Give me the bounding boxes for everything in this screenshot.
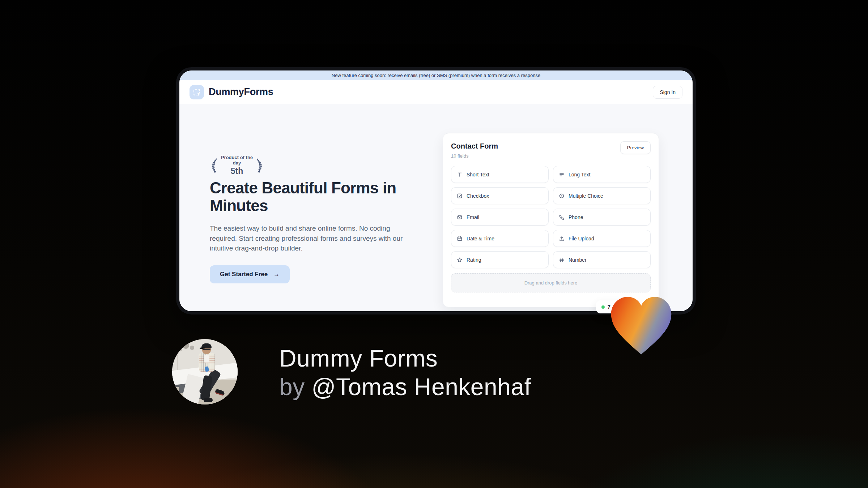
checkbox-icon [457, 193, 463, 199]
phone-icon [559, 214, 565, 220]
promo-backdrop: New feature coming soon: receive emails … [0, 0, 868, 488]
drag-drop-zone[interactable]: Drag and drop fields here [451, 273, 651, 292]
field-rating[interactable]: Rating [451, 251, 549, 268]
field-multiple-choice[interactable]: Multiple Choice [553, 187, 651, 204]
announcement-banner: New feature coming soon: receive emails … [179, 70, 693, 80]
site-header: DummyForms Sign In [179, 80, 693, 104]
hero-section: Product of the day 5th [179, 104, 693, 311]
long-text-icon [559, 172, 565, 177]
hash-icon [559, 257, 565, 263]
browser-window: New feature coming soon: receive emails … [176, 67, 696, 314]
cta-label: Get Started Free [220, 271, 268, 278]
brand-name: DummyForms [209, 86, 273, 98]
calendar-icon [457, 236, 463, 241]
credit-by: by [279, 373, 305, 400]
field-date-time[interactable]: Date & Time [451, 230, 549, 247]
badge-rank: 5th [231, 166, 243, 176]
author-avatar [172, 339, 238, 404]
announcement-text: New feature coming soon: receive emails … [332, 73, 540, 78]
upload-icon [559, 236, 565, 241]
product-of-the-day-badge: Product of the day 5th [210, 155, 264, 176]
heart-icon [607, 293, 676, 359]
field-type-grid: Short Text Long Text [451, 166, 651, 268]
sign-in-button[interactable]: Sign In [653, 86, 682, 99]
cursor-icon [197, 92, 201, 97]
field-phone[interactable]: Phone [553, 209, 651, 226]
get-started-button[interactable]: Get Started Free → [210, 265, 290, 283]
hero-subtext: The easiest way to build and share onlin… [210, 223, 418, 253]
form-builder-card: Contact Form 10 fields Preview Short Tex… [443, 133, 659, 307]
laurel-right-icon [255, 155, 264, 176]
dropzone-text: Drag and drop fields here [524, 280, 578, 286]
short-text-icon [457, 172, 463, 177]
field-long-text[interactable]: Long Text [553, 166, 651, 183]
hero-heading: Create Beautiful Forms in Minutes [210, 179, 412, 215]
field-number[interactable]: Number [553, 251, 651, 268]
field-short-text[interactable]: Short Text [451, 166, 549, 183]
credit-block: Dummy Forms by @Tomas Henkenhaf [279, 344, 531, 401]
credit-title: Dummy Forms [279, 344, 531, 373]
arrow-right-icon: → [273, 271, 280, 278]
laurel-left-icon [210, 155, 218, 176]
preview-button[interactable]: Preview [620, 141, 651, 154]
multiple-choice-icon [559, 193, 565, 199]
green-dot-icon [601, 305, 605, 309]
star-icon [457, 257, 463, 263]
badge-label: Product of the day [221, 155, 253, 166]
field-checkbox[interactable]: Checkbox [451, 187, 549, 204]
brand-logo[interactable]: DummyForms [190, 85, 273, 99]
form-field-count: 10 fields [451, 153, 651, 159]
cursor-select-icon [190, 85, 204, 99]
field-file-upload[interactable]: File Upload [553, 230, 651, 247]
credit-handle: @Tomas Henkenhaf [312, 373, 531, 400]
field-email[interactable]: Email [451, 209, 549, 226]
email-icon [457, 214, 463, 220]
